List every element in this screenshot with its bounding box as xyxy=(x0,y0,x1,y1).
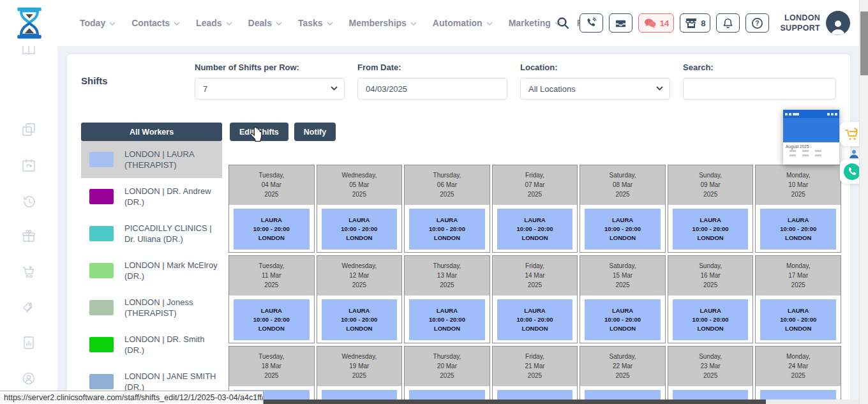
worker-color-swatch xyxy=(89,337,114,352)
calendar-day-cell: Thursday,13 Mar2025 LAURA 10:00 - 20:00 … xyxy=(404,255,490,343)
day-header: Monday,17 Mar2025 xyxy=(756,256,841,296)
person-icon xyxy=(828,17,848,35)
shift-card[interactable]: LAURA 10:00 - 20:00 LONDON xyxy=(585,299,661,340)
all-workers-button[interactable]: All Workers xyxy=(81,123,222,141)
sidebar-tags-icon[interactable] xyxy=(21,300,36,315)
nav-item-today[interactable]: Today xyxy=(80,18,116,28)
nav-item-deals[interactable]: Deals xyxy=(248,18,282,28)
chevron-down-icon xyxy=(109,22,116,26)
shift-time: 10:00 - 20:00 xyxy=(585,315,661,324)
chevron-down-icon xyxy=(276,22,282,26)
main-nav: TodayContactsLeadsDealsTasksMembershipsA… xyxy=(80,0,597,46)
sidebar-gift-icon[interactable] xyxy=(21,228,36,244)
search-input[interactable] xyxy=(683,78,836,100)
nav-item-automation[interactable]: Automation xyxy=(433,18,493,28)
shifts-per-row-select[interactable]: 7 xyxy=(195,78,345,100)
store-icon xyxy=(685,17,698,29)
shift-worker: LAURA xyxy=(409,216,485,225)
day-header: Saturday,22 Mar2025 xyxy=(580,347,665,386)
shift-worker: LAURA xyxy=(760,216,836,225)
horizontal-scrollbar-thumb[interactable] xyxy=(223,400,766,404)
cart-icon xyxy=(844,127,860,141)
popup-banner xyxy=(783,118,839,142)
status-url-tooltip: https://server2.clinicsoftware.com/staff… xyxy=(0,391,264,404)
nav-item-marketing[interactable]: Marketing xyxy=(509,18,561,28)
worker-item[interactable]: LONDON | Mark McElroy (DR.) xyxy=(81,252,222,289)
phone-calls-button[interactable] xyxy=(580,13,603,33)
nav-item-leads[interactable]: Leads xyxy=(196,18,232,28)
shift-worker: LAURA xyxy=(673,216,749,225)
shift-time: 10:00 - 20:00 xyxy=(234,225,310,234)
sidebar-calendar-sync-icon[interactable] xyxy=(21,158,36,173)
inbox-button[interactable] xyxy=(609,13,632,33)
notifications-button[interactable] xyxy=(716,13,740,33)
worker-item[interactable]: LONDON | LAURA (THERAPIST) xyxy=(81,141,222,178)
shift-location: LONDON xyxy=(673,324,749,333)
shift-card[interactable]: LAURA 10:00 - 20:00 LONDON xyxy=(585,209,661,250)
shift-time: 10:00 - 20:00 xyxy=(409,225,485,234)
help-button[interactable]: ? xyxy=(745,13,769,33)
phone-icon xyxy=(585,17,597,29)
shift-card[interactable]: LAURA 10:00 - 20:00 LONDON xyxy=(409,209,485,250)
worker-item[interactable]: LONDON | Joness (THERAPIST) xyxy=(81,289,222,326)
shift-card[interactable]: LAURA 10:00 - 20:00 LONDON xyxy=(322,299,398,340)
shift-location: LONDON xyxy=(585,234,661,243)
store-button[interactable]: 8 xyxy=(680,13,710,33)
calendar-day-cell: Friday,21 Mar2025 LAURA 10:00 - 20:00 LO… xyxy=(492,346,578,404)
popup-mini-grid xyxy=(783,150,839,159)
chat-count-badge: 14 xyxy=(660,19,669,28)
day-header: Friday,21 Mar2025 xyxy=(493,347,578,386)
worker-item[interactable]: LONDON | DR. Andrew (DR.) xyxy=(81,178,222,215)
vertical-scrollbar-thumb[interactable] xyxy=(860,11,868,75)
search-icon[interactable] xyxy=(556,16,570,30)
sidebar-account-icon[interactable] xyxy=(21,371,36,386)
shift-card[interactable]: LAURA 10:00 - 20:00 LONDON xyxy=(322,209,398,250)
shift-location: LONDON xyxy=(585,324,661,333)
notify-button[interactable]: Notify xyxy=(294,123,336,141)
day-header: Tuesday,11 Mar2025 xyxy=(229,256,314,296)
sidebar-copy-icon[interactable] xyxy=(21,122,36,137)
calendar-day-cell: Monday,24 Mar2025 LAURA 10:00 - 20:00 LO… xyxy=(755,346,841,404)
location-select[interactable]: All Locations xyxy=(520,78,670,100)
nav-item-contacts[interactable]: Contacts xyxy=(131,18,180,28)
shift-worker: LAURA xyxy=(409,306,485,315)
user-name: LONDON SUPPORT xyxy=(780,13,820,33)
shift-card[interactable]: LAURA 10:00 - 20:00 LONDON xyxy=(234,299,310,340)
day-header: Thursday,13 Mar2025 xyxy=(405,256,490,296)
sidebar-cart-icon[interactable] xyxy=(21,264,36,280)
nav-item-tasks[interactable]: Tasks xyxy=(298,18,333,28)
shift-card[interactable]: LAURA 10:00 - 20:00 LONDON xyxy=(760,299,836,340)
calendar-preview-popup[interactable]: August 2025 - xyxy=(783,110,839,165)
shift-card[interactable]: LAURA 10:00 - 20:00 LONDON xyxy=(673,209,749,250)
clinicsoftware-logo-icon[interactable] xyxy=(13,4,46,42)
shift-card[interactable]: LAURA 10:00 - 20:00 LONDON xyxy=(497,209,573,250)
from-date-label: From Date: xyxy=(357,63,507,72)
day-header: Wednesday,05 Mar2025 xyxy=(317,165,402,205)
calendar-day-cell: Thursday,06 Mar2025 LAURA 10:00 - 20:00 … xyxy=(404,165,490,253)
chat-messages-button[interactable]: 14 xyxy=(638,13,674,33)
location-label: Location: xyxy=(520,63,670,72)
user-avatar[interactable] xyxy=(826,11,850,35)
day-header: Saturday,15 Mar2025 xyxy=(580,256,665,296)
shift-card[interactable]: LAURA 10:00 - 20:00 LONDON xyxy=(673,299,749,340)
nav-item-memberships[interactable]: Memberships xyxy=(349,18,417,28)
shift-card[interactable]: LAURA 10:00 - 20:00 LONDON xyxy=(409,299,485,340)
shift-card[interactable]: LAURA 10:00 - 20:00 LONDON xyxy=(234,209,310,250)
calendar-day-cell: Monday,10 Mar2025 LAURA 10:00 - 20:00 LO… xyxy=(755,165,841,253)
shift-card[interactable]: LAURA 10:00 - 20:00 LONDON xyxy=(760,209,836,250)
shift-location: LONDON xyxy=(234,234,310,243)
worker-item[interactable]: LONDON | DR. Smith (DR.) xyxy=(81,326,222,363)
day-header: Thursday,20 Mar2025 xyxy=(405,347,490,386)
filter-location: Location: All Locations xyxy=(520,63,670,100)
shift-worker: LAURA xyxy=(234,216,310,225)
sidebar-history-icon[interactable] xyxy=(21,193,36,209)
worker-item[interactable]: PICCADILLY CLINICS | Dr. Uliana (DR.) xyxy=(81,215,222,252)
shift-card[interactable]: LAURA 10:00 - 20:00 LONDON xyxy=(497,299,573,340)
calendar-day-cell: Tuesday,04 Mar2025 LAURA 10:00 - 20:00 L… xyxy=(228,165,315,253)
edit-shifts-button[interactable]: Edit Shifts xyxy=(230,123,288,141)
shift-actions: Edit Shifts Notify xyxy=(230,123,336,141)
shift-location: LONDON xyxy=(760,234,836,243)
sidebar-report-icon[interactable] xyxy=(21,335,36,350)
from-date-input[interactable] xyxy=(357,78,507,100)
worker-name: LONDON | DR. Smith (DR.) xyxy=(124,334,220,355)
